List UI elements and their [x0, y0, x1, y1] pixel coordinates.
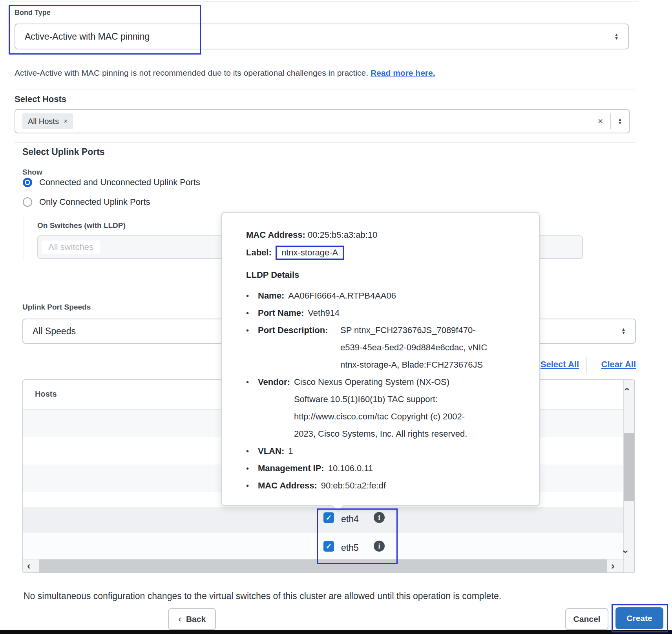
eth4-checkbox[interactable]: ✓: [323, 512, 334, 523]
eth5-info-icon[interactable]: i: [374, 541, 385, 552]
footer-note: No simultaneous configuration changes to…: [24, 591, 501, 601]
show-label: Show: [22, 168, 42, 177]
clear-all-link[interactable]: Clear All: [593, 359, 636, 370]
bullet-icon: •: [246, 460, 258, 477]
bullet-icon: •: [246, 373, 258, 391]
read-more-link[interactable]: Read more here.: [371, 68, 435, 77]
on-switches-label: On Switches (with LLDP): [37, 221, 126, 230]
bond-type-warning: Active-Active with MAC pinning is not re…: [15, 68, 627, 78]
bond-type-value: Active-Active with MAC pinning: [25, 31, 150, 42]
bullet-icon: •: [246, 477, 258, 494]
uplink-port-speeds-label: Uplink Port Speeds: [22, 303, 91, 312]
bond-type-label: Bond Type: [15, 9, 51, 17]
horizontal-scrollbar[interactable]: ‹ ›: [23, 559, 623, 572]
indent-guide: [24, 215, 24, 261]
scroll-up-icon[interactable]: ›: [621, 388, 631, 391]
lldp-item-name: • Name: AA06FI6664-A.RTPB4AA06: [246, 287, 523, 304]
lldp-item-vlan: • VLAN: 1: [246, 443, 523, 460]
speeds-value: All Speeds: [33, 326, 76, 337]
warning-text: Active-Active with MAC pinning is not re…: [15, 68, 368, 77]
select-hosts-combobox[interactable]: All Hosts × × ▲▼: [15, 109, 630, 133]
vertical-scrollbar[interactable]: › ›: [623, 380, 634, 572]
radio-label: Only Connected Uplink Ports: [39, 197, 150, 207]
bottom-bar: [0, 630, 672, 634]
remove-tag-icon[interactable]: ×: [64, 117, 68, 126]
virtual-switch-create-dialog: Bond Type Active-Active with MAC pinning…: [0, 0, 672, 634]
lldp-item-management-ip: • Management IP: 10.106.0.11: [246, 460, 523, 477]
section-divider-2: [15, 142, 636, 143]
eth5-checkbox[interactable]: ✓: [323, 541, 334, 552]
lldp-details-list: • Name: AA06FI6664-A.RTPB4AA06 • Port Na…: [246, 287, 523, 494]
lldp-details-heading: LLDP Details: [246, 270, 523, 280]
mac-label: MAC Address:: [246, 230, 305, 240]
scroll-right-icon[interactable]: ›: [611, 561, 615, 571]
back-button[interactable]: ‹ Back: [168, 608, 216, 630]
bullet-icon: •: [246, 443, 258, 460]
cancel-button-label: Cancel: [573, 614, 601, 624]
eth4-info-icon[interactable]: i: [374, 512, 385, 523]
lldp-tooltip: MAC Address: 00:25:b5:a3:ab:10 Label: nt…: [221, 212, 540, 506]
label-label: Label:: [246, 248, 272, 257]
bond-type-select[interactable]: Active-Active with MAC pinning ▲▼: [15, 24, 629, 49]
all-hosts-tag-label: All Hosts: [28, 117, 59, 126]
chevron-updown-icon: ▲▼: [621, 328, 626, 335]
clear-selection-icon[interactable]: ×: [598, 116, 603, 126]
scroll-left-icon[interactable]: ‹: [27, 561, 31, 571]
chevron-updown-icon: ▲▼: [618, 118, 622, 125]
chevron-left-icon: ‹: [178, 614, 181, 625]
link-divider: [586, 357, 587, 373]
bullet-icon: •: [246, 287, 258, 304]
radio-connected-and-unconnected[interactable]: Connected and Unconnected Uplink Ports: [23, 177, 200, 188]
lldp-item-vendor: • Vendor: Cisco Nexus Operating System (…: [246, 373, 523, 443]
bullet-icon: •: [246, 322, 258, 339]
radio-only-connected[interactable]: Only Connected Uplink Ports: [23, 197, 150, 207]
label-value: ntnx-storage-A: [281, 248, 338, 257]
horizontal-scroll-thumb[interactable]: [39, 559, 607, 572]
lldp-item-port-name: • Port Name: Veth914: [246, 304, 523, 322]
create-button-label: Create: [626, 614, 652, 623]
top-divider: [10, 1, 638, 2]
annotation-rect-port-label: ntnx-storage-A: [276, 246, 344, 260]
tooltip-mac-line: MAC Address: 00:25:b5:a3:ab:10: [246, 230, 523, 240]
scroll-down-icon[interactable]: ›: [621, 550, 631, 554]
select-uplink-ports-heading: Select Uplink Ports: [22, 147, 105, 157]
radio-label: Connected and Unconnected Uplink Ports: [39, 177, 200, 188]
eth5-label: eth5: [341, 543, 359, 553]
hosts-column-header: Hosts: [35, 390, 57, 399]
mac-value: 00:25:b5:a3:ab:10: [308, 230, 377, 240]
vertical-scroll-thumb[interactable]: [624, 433, 634, 501]
eth4-label: eth4: [341, 514, 359, 525]
radio-unselected-icon: [23, 197, 32, 207]
switches-placeholder: All switches: [42, 240, 100, 254]
cancel-button[interactable]: Cancel: [565, 608, 608, 630]
tooltip-label-line: Label: ntnx-storage-A: [246, 246, 523, 260]
select-hosts-heading: Select Hosts: [15, 94, 66, 104]
radio-selected-icon: [23, 178, 32, 187]
bullet-icon: •: [246, 304, 258, 322]
field-divider: [610, 113, 611, 129]
section-divider-1: [15, 89, 636, 89]
lldp-item-mac: • MAC Address: 90:eb:50:a2:fe:df: [246, 477, 523, 494]
create-button[interactable]: Create: [615, 607, 663, 629]
all-hosts-tag: All Hosts ×: [22, 113, 73, 129]
chevron-updown-icon: ▲▼: [614, 33, 619, 40]
lldp-item-port-description: • Port Description: SP ntnx_FCH273676JS_…: [246, 322, 523, 373]
back-button-label: Back: [186, 614, 206, 624]
